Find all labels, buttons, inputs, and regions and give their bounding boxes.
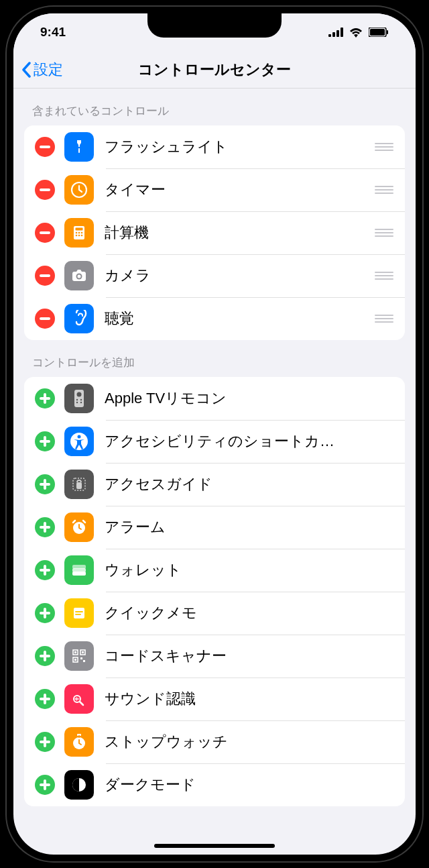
remote-icon	[64, 384, 94, 413]
svg-rect-45	[40, 569, 50, 572]
svg-rect-1	[332, 32, 335, 37]
svg-rect-50	[40, 612, 50, 614]
remove-button[interactable]	[35, 309, 55, 329]
add-button[interactable]	[35, 775, 55, 795]
add-button[interactable]	[35, 431, 55, 451]
accessibility-icon	[64, 427, 94, 456]
control-row: サウンド認識	[24, 677, 405, 720]
chevron-left-icon	[21, 62, 31, 78]
home-indicator[interactable]	[154, 844, 275, 848]
control-label: アラーム	[105, 517, 394, 537]
control-row: 計算機	[24, 211, 405, 254]
control-label: Apple TVリモコン	[105, 388, 394, 409]
flashlight-icon	[64, 132, 94, 162]
wifi-icon	[349, 27, 363, 38]
svg-point-29	[76, 399, 78, 400]
control-row: コードスキャナー	[24, 635, 405, 677]
add-button[interactable]	[35, 689, 55, 709]
svg-rect-63	[40, 698, 50, 700]
control-label: タイマー	[105, 180, 374, 200]
control-label: 聴覚	[105, 309, 374, 329]
control-row: ストップウォッチ	[24, 720, 405, 763]
control-row: 聴覚	[24, 297, 405, 340]
timer-icon	[64, 175, 94, 205]
svg-rect-61	[83, 660, 85, 662]
ear-icon	[64, 304, 94, 333]
svg-rect-11	[40, 231, 50, 234]
svg-rect-13	[76, 228, 83, 231]
back-button[interactable]: 設定	[21, 60, 63, 80]
svg-rect-48	[72, 572, 86, 576]
svg-rect-66	[40, 741, 50, 743]
control-label: ダークモード	[105, 775, 394, 795]
svg-rect-3	[341, 28, 343, 37]
svg-point-17	[76, 235, 78, 237]
svg-point-36	[78, 435, 81, 439]
control-label: フラッシュライト	[105, 137, 374, 157]
drag-handle[interactable]	[374, 143, 394, 151]
control-row: Apple TVリモコン	[24, 377, 405, 420]
more-list: Apple TVリモコンアクセシビリティのショートカ…アクセスガイドアラームウォ…	[24, 377, 405, 806]
svg-point-14	[76, 232, 78, 234]
svg-rect-70	[40, 783, 50, 786]
svg-point-23	[78, 275, 81, 278]
svg-rect-26	[40, 397, 50, 400]
guide-icon	[64, 470, 94, 499]
svg-rect-0	[328, 34, 331, 37]
control-label: サウンド認識	[105, 689, 394, 709]
add-button[interactable]	[35, 517, 55, 537]
svg-rect-42	[40, 526, 50, 529]
remove-button[interactable]	[35, 223, 55, 243]
add-button[interactable]	[35, 603, 55, 623]
qr-icon	[64, 641, 94, 671]
add-button[interactable]	[35, 388, 55, 409]
remove-button[interactable]	[35, 180, 55, 200]
add-button[interactable]	[35, 560, 55, 580]
section-header-more: コントロールを追加	[13, 340, 416, 377]
control-label: ストップウォッチ	[105, 732, 394, 752]
svg-point-28	[77, 392, 82, 397]
svg-rect-40	[76, 482, 82, 489]
svg-point-32	[80, 402, 82, 403]
drag-handle[interactable]	[374, 229, 394, 237]
svg-rect-2	[336, 30, 339, 37]
svg-rect-57	[74, 651, 76, 653]
drag-handle[interactable]	[374, 186, 394, 194]
svg-rect-6	[387, 30, 388, 34]
svg-rect-51	[74, 608, 84, 618]
add-button[interactable]	[35, 646, 55, 666]
sound-icon	[64, 684, 94, 714]
svg-rect-9	[40, 188, 50, 191]
drag-handle[interactable]	[374, 315, 394, 323]
add-button[interactable]	[35, 474, 55, 494]
control-label: コードスキャナー	[105, 646, 394, 666]
control-row: クイックメモ	[24, 592, 405, 635]
dark-icon	[64, 770, 94, 800]
control-row: アクセシビリティのショートカ…	[24, 420, 405, 463]
control-row: フラッシュライト	[24, 125, 405, 168]
content-scroll[interactable]: 含まれているコントロール フラッシュライトタイマー計算機カメラ聴覚 コントロール…	[13, 89, 416, 855]
control-row: タイマー	[24, 168, 405, 211]
nav-bar: 設定 コントロールセンター	[13, 51, 416, 89]
svg-rect-38	[40, 483, 50, 486]
svg-point-16	[81, 232, 83, 234]
svg-rect-7	[40, 146, 50, 148]
control-row: カメラ	[24, 254, 405, 297]
control-row: アクセスガイド	[24, 463, 405, 506]
add-button[interactable]	[35, 732, 55, 752]
cellular-icon	[328, 28, 343, 37]
drag-handle[interactable]	[374, 272, 394, 280]
back-label: 設定	[34, 60, 63, 80]
control-row: ダークモード	[24, 763, 405, 806]
remove-button[interactable]	[35, 137, 55, 157]
svg-point-19	[81, 235, 83, 237]
svg-point-8	[78, 147, 80, 149]
control-label: カメラ	[105, 266, 374, 286]
svg-rect-20	[40, 274, 50, 277]
svg-rect-34	[40, 440, 50, 443]
remove-button[interactable]	[35, 266, 55, 286]
camera-icon	[64, 261, 94, 290]
stopwatch-icon	[64, 727, 94, 757]
svg-rect-58	[82, 651, 84, 653]
wallet-icon	[64, 555, 94, 585]
